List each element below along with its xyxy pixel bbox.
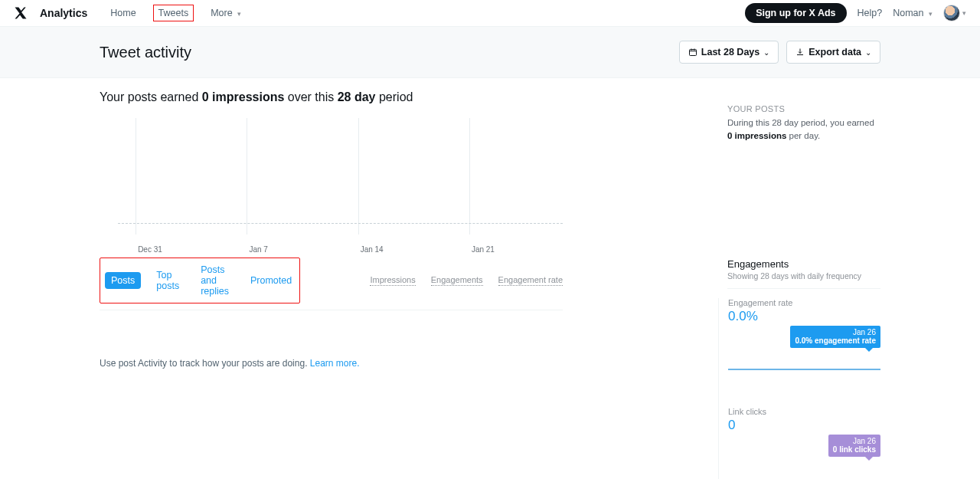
impressions-summary: Your posts earned 0 impressions over thi…: [100, 90, 563, 104]
callout-date: Jan 26: [833, 437, 876, 445]
right-column: YOUR POSTS During this 28 day period, yo…: [727, 78, 880, 479]
callout-value: 0 link clicks: [833, 445, 876, 454]
chevron-down-icon: ⌄: [763, 48, 769, 57]
tab-top-posts[interactable]: Top posts: [150, 267, 185, 294]
summary-prefix: Your posts earned: [100, 90, 202, 103]
your-posts-suffix: per day.: [786, 131, 820, 140]
link-clicks-label: Link clicks: [728, 407, 880, 416]
engagement-rate-sparkline: [728, 352, 880, 385]
activity-hint: Use post Activity to track how your post…: [100, 358, 563, 369]
nav-tweets[interactable]: Tweets: [153, 5, 194, 21]
x-tick: Jan 21: [472, 245, 495, 254]
signup-button[interactable]: Sign up for X Ads: [745, 3, 846, 23]
x-tick: Jan 14: [361, 245, 384, 254]
summary-impressions: 0 impressions: [202, 90, 285, 103]
x-tick: Jan 7: [249, 245, 267, 254]
svg-rect-0: [689, 50, 696, 56]
post-filter-tabs: Posts Top posts Posts and replies Promot…: [100, 258, 300, 303]
calendar-icon: [688, 48, 697, 57]
link-clicks-value: 0: [728, 418, 880, 433]
main-content: Your posts earned 0 impressions over thi…: [100, 78, 880, 479]
summary-middle: over this: [284, 90, 337, 103]
learn-more-link[interactable]: Learn more.: [310, 358, 360, 369]
engagements-sub: Showing 28 days with daily frequency: [727, 271, 880, 281]
nav-more[interactable]: More ▾: [206, 5, 246, 21]
link-clicks-sparkline: [728, 461, 880, 480]
your-posts-prefix: During this 28 day period, you earned: [727, 118, 874, 127]
page-title: Tweet activity: [100, 44, 191, 61]
nav-home[interactable]: Home: [106, 5, 140, 21]
engagement-rate-block: Engagement rate 0.0% Jan 26 0.0% engagem…: [728, 298, 880, 385]
top-nav-left: Analytics Home Tweets More ▾: [14, 5, 246, 21]
daterange-button[interactable]: Last 28 Days ⌄: [679, 41, 779, 64]
top-nav: Analytics Home Tweets More ▾ Sign up for…: [0, 0, 980, 27]
chevron-down-icon: ▾: [929, 10, 933, 18]
help-link[interactable]: Help?: [858, 8, 883, 18]
x-tick: Dec 31: [138, 245, 162, 254]
metric-engagement-rate[interactable]: Engagement rate: [498, 275, 563, 286]
chevron-down-icon: ▾: [962, 9, 966, 17]
account-switcher[interactable]: ▾: [943, 5, 966, 21]
callout-date: Jan 26: [795, 328, 876, 336]
username-label: Noman: [893, 8, 923, 18]
callout-value: 0.0% engagement rate: [795, 336, 876, 345]
impressions-chart: Dec 31 Jan 7 Jan 14 Jan 21: [118, 118, 563, 248]
metric-column-tabs: Impressions Engagements Engagement rate: [370, 275, 563, 286]
hint-text: Use post Activity to track how your post…: [100, 358, 310, 369]
summary-suffix: period: [376, 90, 413, 103]
nav-more-label: More: [211, 8, 232, 18]
your-posts-bold: 0 impressions: [727, 131, 786, 140]
x-logo-icon: [14, 6, 28, 20]
chevron-down-icon: ▾: [237, 10, 241, 18]
export-button[interactable]: Export data ⌄: [786, 41, 880, 64]
engagements-title: Engagements: [727, 258, 880, 270]
engagement-rate-label: Engagement rate: [728, 298, 880, 307]
page-header-strip: Tweet activity Last 28 Days ⌄ Export dat…: [0, 27, 980, 78]
tab-posts[interactable]: Posts: [105, 272, 141, 289]
username-menu[interactable]: Noman ▾: [893, 8, 933, 18]
top-nav-right: Sign up for X Ads Help? Noman ▾ ▾: [745, 3, 966, 23]
link-clicks-block: Link clicks 0 Jan 26 0 link clicks: [728, 407, 880, 480]
your-posts-label: YOUR POSTS: [727, 104, 880, 113]
metric-engagements[interactable]: Engagements: [431, 275, 483, 286]
export-label: Export data: [808, 47, 861, 57]
post-filter-row: Posts Top posts Posts and replies Promot…: [100, 253, 563, 310]
download-icon: [795, 48, 805, 57]
daterange-label: Last 28 Days: [701, 47, 760, 57]
summary-period: 28 day: [338, 90, 376, 103]
chevron-down-icon: ⌄: [865, 48, 871, 57]
avatar: [943, 5, 960, 21]
brand-label: Analytics: [40, 7, 87, 19]
tab-promoted[interactable]: Promoted: [244, 272, 298, 289]
engagement-rate-value: 0.0%: [728, 309, 880, 324]
metric-impressions[interactable]: Impressions: [370, 275, 415, 286]
tab-posts-replies[interactable]: Posts and replies: [194, 261, 235, 300]
your-posts-text: During this 28 day period, you earned 0 …: [727, 116, 880, 143]
left-column: Your posts earned 0 impressions over thi…: [100, 78, 563, 479]
